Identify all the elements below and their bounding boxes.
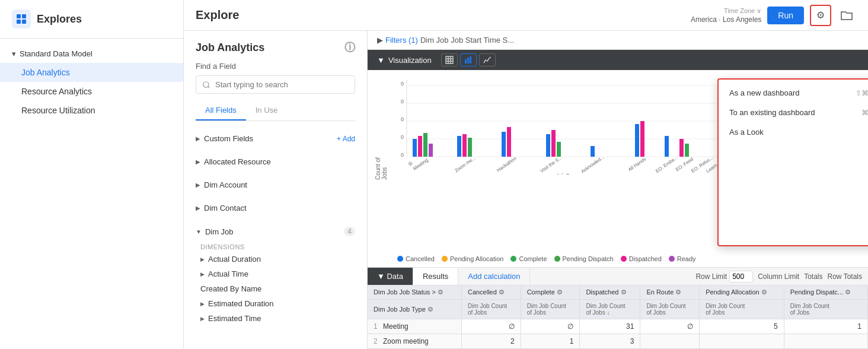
viz-area: ▶ Filters (1) Dim Job Job Start Time S..… [368,31,868,349]
svg-rect-27 [457,136,461,157]
row-totals-control[interactable]: Row Totals [828,272,862,281]
svg-rect-9 [465,59,467,64]
row-limit-label: Row Limit [695,272,727,281]
gear-icon[interactable]: ⚙ [621,288,627,296]
legend-item-cancelled: Cancelled [397,255,435,262]
field-item-actual-time[interactable]: ▶ Actual Time [184,266,367,281]
svg-rect-37 [640,121,644,157]
filter-count: Filters (1) [385,36,418,45]
col-header-pending-dispatch[interactable]: Pending Dispatc... ⚙ [784,285,867,300]
field-group-allocated-label: Allocated Resource [204,157,271,166]
chevron-right-icon: ▶ [200,271,205,277]
legend-label-dispatched: Dispatched [629,255,662,262]
col-header-dispatched[interactable]: Dispatched ⚙ [580,285,640,300]
svg-rect-36 [635,124,639,157]
data-controls: Row Limit Column Limit Totals Row Totals [690,271,868,283]
line-chart-btn[interactable] [479,53,496,66]
field-group-allocated-header[interactable]: ▶ Allocated Resource [184,153,367,171]
svg-text:10: 10 [401,134,404,140]
bar-chart-btn[interactable] [460,53,477,66]
gear-icon[interactable]: ⚙ [557,288,563,296]
tab-in-use[interactable]: In Use [246,101,288,120]
add-custom-field[interactable]: + Add [337,135,355,143]
field-item-actual-duration[interactable]: ▶ Actual Duration [184,252,367,266]
field-panel-header: Job Analytics ⓘ Find a Field All Fields … [184,31,367,127]
find-field-label: Find a Field [196,62,355,71]
field-item-created-by-name[interactable]: Created By Name [184,281,367,296]
filter-chip[interactable]: ▶ Filters (1) Dim Job Job Start Time S..… [377,36,514,45]
col-header-en-route[interactable]: En Route ⚙ [640,285,700,300]
menu-item-existing-dashboard[interactable]: To an existing dashboard ⌘A [719,103,868,122]
svg-text:30: 30 [401,99,404,104]
folder-button[interactable] [837,6,856,25]
field-label-actual-duration: Actual Duration [208,255,261,264]
legend-item-ready: Ready [669,255,696,262]
svg-rect-38 [665,136,669,157]
svg-text:40: 40 [401,81,404,87]
table-view-btn[interactable] [441,53,458,66]
sidebar-item-resource-analytics[interactable]: Resource Analytics [0,82,183,101]
field-group-dim-contact-header[interactable]: ▶ Dim Contact [184,199,367,217]
sidebar-item-job-analytics[interactable]: Job Analytics [0,63,183,82]
chevron-right-icon: ▶ [196,158,200,165]
field-group-dim-account-header[interactable]: ▶ Dim Account [184,176,367,194]
tab-add-calculation[interactable]: Add calculation [458,268,530,285]
column-limit-control: Column Limit [758,272,799,281]
y-axis-label: Count ofJobs [375,157,388,180]
menu-item-new-dashboard[interactable]: As a new dashboard ⇧⌘S [719,83,868,103]
totals-control[interactable]: Totals [804,272,822,281]
gear-icon[interactable]: ⚙ [438,288,443,296]
gear-icon[interactable]: ⚙ [675,288,681,296]
field-group-custom-header[interactable]: ▶ Custom Fields + Add [184,129,367,148]
field-group-allocated: ▶ Allocated Resource [184,150,367,173]
field-item-estimated-time[interactable]: ▶ Estimated Time [184,311,367,326]
sidebar-item-resource-utilization[interactable]: Resource Utilization [0,101,183,120]
viz-toolbar-title: ▼ Visualization [377,56,432,65]
menu-item-as-look[interactable]: As a Look [719,122,868,142]
legend-item-dispatched: Dispatched [621,255,662,262]
field-group-custom-label: Custom Fields [204,134,253,143]
data-table: Dim Job Job Status > ⚙ Cancelled ⚙ Compl… [368,285,868,349]
col-header-complete[interactable]: Complete ⚙ [521,285,580,300]
legend-item-pending-allocation: Pending Allocation [442,255,504,262]
row-totals-label: Row Totals [828,272,862,281]
viz-toolbar: ▼ Visualization [368,50,868,70]
field-group-dim-job-count: 4 [344,227,355,236]
col-header-job-status[interactable]: Dim Job Job Status > ⚙ [368,285,461,300]
svg-rect-10 [467,58,469,64]
row-2-dispatched: 3 [580,334,640,349]
field-item-estimated-duration[interactable]: ▶ Estimated Duration [184,296,367,311]
col-header-cancelled[interactable]: Cancelled ⚙ [461,285,521,300]
run-button[interactable]: Run [767,7,804,24]
col-header-pending-allocation[interactable]: Pending Allocation ⚙ [700,285,784,300]
col-sub-label: Dim Job Countof Jobs [790,303,861,316]
content-area: Job Analytics ⓘ Find a Field All Fields … [184,31,868,349]
tab-results[interactable]: Results [413,268,458,285]
svg-rect-24 [418,136,422,157]
gear-icon[interactable]: ⚙ [761,288,767,296]
row-limit-input[interactable] [729,271,753,283]
bar-chart-svg: 40 30 20 10 0 [401,80,745,174]
gear-icon[interactable]: ⚙ [427,306,433,313]
field-panel-info-icon[interactable]: ⓘ [344,40,355,55]
svg-rect-25 [423,133,427,157]
tab-all-fields[interactable]: All Fields [196,101,246,120]
row-2-pending-dispatch [784,334,867,349]
column-limit-label: Column Limit [758,272,799,281]
field-group-dim-job-header[interactable]: ▼ Dim Job 4 [184,222,367,241]
field-tabs: All Fields In Use [196,101,355,121]
search-input[interactable] [196,75,355,94]
legend-item-pending-dispatch: Pending Dispatch [554,255,614,262]
col-sub-count-pending-alloc: Dim Job Countof Jobs [700,300,784,319]
gear-icon[interactable]: ⚙ [845,288,851,296]
context-menu: As a new dashboard ⇧⌘S To an existing da… [717,78,868,246]
tab-data[interactable]: ▼ Data [368,268,413,285]
main-area: Explore Time Zone ∨ America · Los Angele… [184,0,868,349]
field-group-dim-contact-label: Dim Contact [204,204,247,212]
svg-text:EO: Embe...: EO: Embe... [655,155,679,174]
gear-button[interactable]: ⚙ [810,5,831,26]
chevron-right-icon: ▶ [196,182,200,188]
col-sub-label: Dim Job Countof Jobs [646,303,693,316]
top-header: Explore Time Zone ∨ America · Los Angele… [184,0,868,31]
gear-icon[interactable]: ⚙ [499,288,505,296]
